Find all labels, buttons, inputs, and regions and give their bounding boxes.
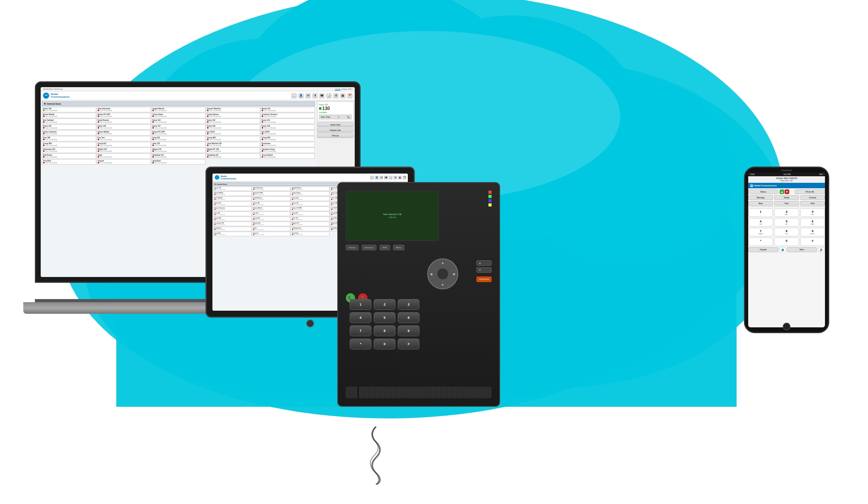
user-card-17[interactable]: Demo 147 Not Connected bbox=[151, 124, 205, 130]
mobile-key-2[interactable]: 3DEF bbox=[800, 208, 825, 217]
tablet-user-card-36[interactable]: Martha 124 Not Connected bbox=[252, 222, 290, 226]
user-card-29[interactable]: Group 804 Not Connected bbox=[261, 136, 315, 141]
nav-icon-calendar[interactable]: 📅 bbox=[347, 93, 352, 98]
user-card-36[interactable]: Martha 124 Not Connected bbox=[97, 148, 151, 153]
mobile-forward-btn[interactable]: Forward bbox=[800, 195, 825, 200]
nav-up[interactable]: ▲ bbox=[441, 261, 444, 265]
user-card-26[interactable]: Fax Text Not Connected bbox=[97, 136, 151, 141]
mobile-message-btn[interactable]: Message bbox=[748, 195, 773, 200]
parked-calls-btn[interactable]: Parked Calls bbox=[317, 128, 354, 132]
user-card-20[interactable]: Ewens Cameron Not Connected bbox=[42, 130, 96, 136]
user-card-18[interactable]: Demo 148 Not Connected bbox=[206, 124, 260, 130]
user-card-42[interactable]: SalesEng 114 Not Connected bbox=[151, 153, 205, 159]
tablet-user-card-22[interactable]: Ewens PC APP Not Connected bbox=[291, 206, 329, 211]
phone-key-5[interactable]: 5 bbox=[374, 312, 395, 323]
user-card-46[interactable]: VisionV Not Connected bbox=[97, 159, 151, 165]
tablet-user-card-40[interactable]: Rob Raney Not Connected bbox=[213, 227, 252, 231]
user-card-10[interactable]: Dan Callodel Not Connected bbox=[42, 119, 96, 124]
tablet-user-card-35[interactable]: Kennesaw 139 Not Connected bbox=[213, 222, 252, 226]
user-card-22[interactable]: Ewens PC APP Not Connected bbox=[151, 130, 205, 136]
volume-down[interactable]: ▼ bbox=[476, 267, 492, 273]
mobile-key-7[interactable]: 8TUV bbox=[774, 228, 799, 236]
tablet-user-card-31[interactable]: Group 813 Not Connected bbox=[252, 217, 290, 221]
user-card-4[interactable]: Bernie 101 Not Connected bbox=[261, 107, 315, 112]
nav-left[interactable]: ◀ bbox=[430, 272, 432, 276]
user-card-12[interactable]: Demo 142 Not Connected bbox=[151, 119, 205, 124]
user-card-16[interactable]: Demo 146 Not Connected bbox=[97, 124, 151, 130]
user-card-27[interactable]: Greg 103 Not Connected bbox=[151, 136, 205, 141]
nav-right[interactable]: ▶ bbox=[453, 272, 456, 276]
call-icon[interactable]: 📞 bbox=[347, 116, 350, 118]
nav-icon-grid[interactable]: ▦ bbox=[340, 93, 345, 98]
user-card-11[interactable]: David Rourke Not Connected bbox=[97, 119, 151, 124]
user-card-32[interactable]: John 123 Not Connected bbox=[151, 142, 205, 147]
mobile-key-1[interactable]: 2ABC bbox=[774, 208, 799, 217]
user-card-28[interactable]: Group 883 Not Connected bbox=[206, 136, 260, 141]
user-card-47[interactable]: VoiceTech Not Connected bbox=[151, 159, 205, 165]
tablet-user-card-6[interactable]: Bernio PC APP Not Connected bbox=[252, 191, 290, 196]
nav-icon-settings[interactable]: ⚙ bbox=[333, 93, 338, 98]
tablet-user-card-15[interactable]: Demo 145 Not Connected bbox=[213, 201, 252, 206]
mobile-key-9[interactable]: * bbox=[748, 237, 773, 246]
user-card-3[interactable]: Answer Machine Not Connected bbox=[206, 107, 260, 112]
user-card-13[interactable]: Demo 143 Not Connected bbox=[206, 119, 260, 124]
phone-key-7[interactable]: 7 bbox=[350, 325, 371, 336]
user-card-19[interactable]: Demo 149 Not Connected bbox=[261, 124, 315, 130]
tablet-user-card-27[interactable]: Greg 103 Not Connected bbox=[291, 212, 329, 216]
tablet-nav-icon-8[interactable]: 📅 bbox=[403, 176, 406, 179]
user-card-25[interactable]: Extn 198 Not Connected bbox=[42, 136, 96, 141]
nav-center-ok[interactable] bbox=[437, 268, 449, 280]
user-card-44[interactable]: Troy-Android Not Connected bbox=[261, 153, 315, 159]
phone-key-3[interactable]: 3 bbox=[398, 299, 419, 310]
user-card-7[interactable]: Carlos Rojas Not Connected bbox=[151, 113, 205, 118]
transfer-btn[interactable]: TRANSFER bbox=[476, 277, 492, 282]
softkey-menu[interactable]: Menu bbox=[393, 245, 404, 250]
user-card-31[interactable]: Group 813 Not Connected bbox=[97, 142, 151, 147]
tablet-nav-icon-7[interactable]: ▦ bbox=[398, 176, 402, 179]
tablet-user-card-0[interactable]: Aaron 130 Not Connected bbox=[213, 186, 252, 191]
mobile-call-up-btn[interactable]: ▲ bbox=[780, 189, 784, 194]
mobile-key-8[interactable]: 9WXYZ bbox=[800, 228, 825, 236]
tablet-user-card-26[interactable]: Fax Text Not Connected bbox=[252, 212, 290, 216]
tablet-nav-icon-6[interactable]: ⚙ bbox=[393, 176, 397, 179]
user-card-6[interactable]: Bernio PC APP Not Connected bbox=[97, 113, 151, 118]
user-card-45[interactable]: Troy-iPad Not Connected bbox=[42, 159, 96, 165]
user-card-5[interactable]: Bernie Mobile Not Connected bbox=[42, 113, 96, 118]
nav-icon-book[interactable]: 📖 bbox=[292, 93, 297, 98]
mobile-key-0[interactable]: 1 bbox=[748, 208, 773, 217]
mobile-key-6[interactable]: 7PQRS bbox=[748, 228, 773, 236]
user-card-30[interactable]: Group 806 Not Connected bbox=[42, 142, 96, 147]
phone-key-4[interactable]: 4 bbox=[350, 312, 371, 323]
mobile-mute-btn[interactable]: Mute bbox=[748, 201, 773, 206]
mobile-home-btn[interactable] bbox=[783, 323, 790, 330]
tablet-nav-icon-4[interactable]: ☎ bbox=[384, 176, 388, 179]
tablet-user-card-16[interactable]: Demo 146 Not Connected bbox=[252, 201, 290, 206]
tablet-user-card-11[interactable]: David Rourke Not Connected bbox=[252, 196, 290, 201]
tablet-user-card-12[interactable]: Demo 142 Not Connected bbox=[291, 196, 329, 201]
user-card-9[interactable]: Customer Services Not Connected bbox=[261, 113, 315, 118]
tablet-user-card-41[interactable]: Sales Not Connected bbox=[252, 227, 290, 231]
phone-key-1[interactable]: 1 bbox=[350, 299, 371, 310]
pickup-btn[interactable]: Pick-Up bbox=[317, 133, 354, 138]
user-card-39[interactable]: Operator Group Not Connected bbox=[261, 148, 315, 153]
tablet-nav-icon[interactable]: 📖 bbox=[370, 176, 374, 179]
tablet-user-card-32[interactable]: John 123 Not Connected bbox=[291, 217, 329, 221]
mobile-volume-icon[interactable]: 🔊 bbox=[818, 247, 825, 252]
user-card-40[interactable]: Rob Raney Not Connected bbox=[42, 153, 96, 159]
tablet-user-card-47[interactable]: VoiceTech Not Connected bbox=[291, 232, 329, 236]
user-card-8[interactable]: Carlos-Iphone Not Connected bbox=[206, 113, 260, 118]
user-card-34[interactable]: Kennesaw Not Connected bbox=[261, 142, 315, 147]
mobile-call-down-btn[interactable]: ▼ bbox=[785, 189, 789, 194]
user-card-38[interactable]: Miguel PC 126 Not Connected bbox=[206, 148, 260, 153]
user-card-14[interactable]: Demo 144 Not Connected bbox=[261, 119, 315, 124]
mobile-key-4[interactable]: 5JKL bbox=[774, 218, 799, 227]
mobile-hold-btn[interactable]: Hold bbox=[800, 201, 825, 206]
user-card-24[interactable]: Ext 132VI Not Connected bbox=[261, 130, 315, 136]
softkey-dnd[interactable]: DND bbox=[380, 245, 390, 250]
user-card-23[interactable]: Ext 131VI Not Connected bbox=[206, 130, 260, 136]
phone-key-hash[interactable]: # bbox=[398, 339, 419, 349]
mobile-phone-bk-btn[interactable]: Phone Bk bbox=[795, 189, 825, 194]
mobile-more-btn[interactable]: More bbox=[787, 247, 817, 252]
tablet-user-card-17[interactable]: Demo 147 Not Connected bbox=[291, 201, 329, 206]
user-card-35[interactable]: Kennesaw 139 Not Connected bbox=[42, 148, 96, 153]
